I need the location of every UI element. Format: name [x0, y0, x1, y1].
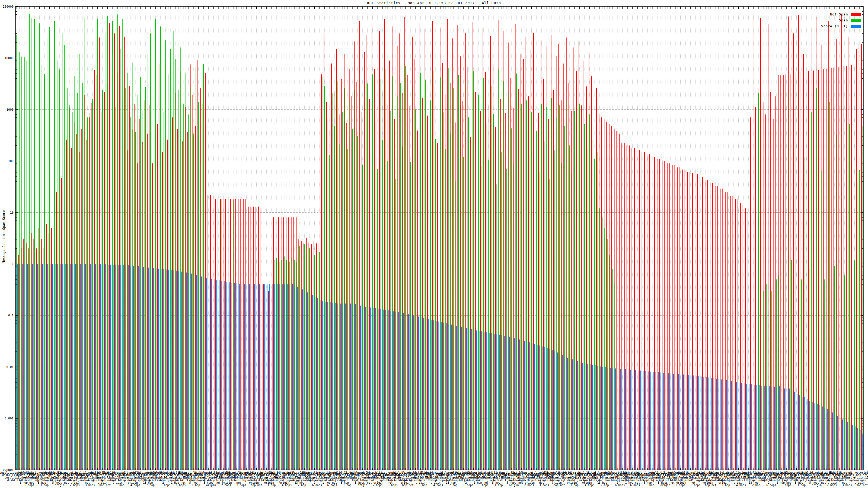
bar-not-spam	[23, 239, 24, 470]
bar-score	[312, 295, 313, 470]
bar-score	[772, 387, 772, 470]
x-tick-label: origin	[55, 484, 65, 487]
bar-not-spam	[770, 92, 771, 470]
bar-score	[802, 397, 802, 469]
bar-not-spam	[422, 98, 423, 469]
bar-score	[527, 341, 527, 470]
bar-score	[560, 354, 560, 470]
bar-not-spam	[150, 105, 150, 470]
bar-score	[650, 372, 651, 470]
y-axis-label: Message Count or Spam Score	[2, 207, 6, 266]
bar-spam	[443, 112, 443, 469]
bar-not-spam	[213, 196, 213, 469]
bar-spam	[324, 86, 325, 470]
bar-not-spam	[71, 148, 72, 469]
bar-score	[424, 318, 424, 469]
bar-spam	[115, 107, 115, 470]
bar-score	[418, 317, 419, 470]
bar-spam	[557, 118, 557, 469]
bar-spam	[357, 135, 358, 469]
bar-score	[648, 371, 649, 470]
bar-spam	[375, 121, 375, 469]
bar-not-spam	[518, 89, 519, 469]
bar-not-spam	[654, 157, 655, 470]
bar-score	[600, 366, 600, 470]
bar-score	[809, 401, 810, 469]
y-tick-label: 0.001	[5, 417, 13, 420]
bar-score	[501, 335, 502, 470]
bar-score	[52, 264, 53, 469]
bar-spam	[834, 266, 835, 469]
bar-spam	[90, 113, 90, 469]
bar-score	[819, 405, 820, 470]
bar-not-spam	[397, 46, 397, 469]
bar-spam	[451, 134, 451, 469]
bar-score	[254, 284, 255, 469]
bar-not-spam	[450, 83, 451, 469]
bar-score	[545, 347, 545, 469]
bar-spam	[854, 260, 855, 469]
bar-not-spam	[468, 67, 468, 470]
bar-spam	[42, 65, 42, 470]
bar-spam	[811, 112, 812, 469]
bar-score	[504, 336, 504, 470]
bar-spam	[423, 151, 423, 470]
bar-spam	[314, 255, 315, 469]
bar-not-spam	[657, 159, 657, 470]
bar-not-spam	[861, 44, 862, 470]
bar-not-spam	[538, 113, 539, 469]
bar-score	[653, 372, 653, 470]
bar-spam	[170, 49, 171, 469]
x-tick-label: 1 hop	[116, 484, 124, 487]
bar-spam	[589, 115, 590, 469]
bar-not-spam	[394, 119, 395, 469]
bar-not-spam	[465, 33, 465, 470]
bar-spam	[322, 77, 322, 469]
bar-not-spam	[834, 67, 834, 469]
bar-not-spam	[745, 208, 746, 470]
y-tick-label: 0.1	[8, 314, 13, 317]
bar-score	[804, 397, 805, 469]
bar-not-spam	[629, 145, 629, 470]
bar-spam	[571, 174, 572, 470]
bar-score	[37, 264, 38, 469]
bar-spam	[536, 131, 537, 470]
bar-spam	[544, 141, 545, 469]
bar-spam	[524, 120, 524, 469]
bar-spam	[539, 172, 539, 470]
bar-score	[499, 335, 500, 470]
bar-score	[706, 377, 707, 469]
bar-spam	[778, 275, 779, 470]
bar-score	[779, 386, 780, 470]
bar-spam	[19, 52, 20, 469]
x-tick-label: hop net	[251, 484, 262, 487]
bar-not-spam	[540, 40, 541, 470]
bar-score	[580, 362, 580, 470]
bar-score	[257, 284, 257, 469]
bar-score	[817, 404, 817, 469]
bar-score	[728, 381, 729, 469]
bar-not-spam	[346, 123, 347, 469]
bar-spam	[758, 93, 759, 470]
bar-score	[446, 323, 446, 470]
bar-score	[126, 265, 126, 470]
bar-score	[201, 276, 202, 470]
bar-score	[239, 284, 240, 470]
bar-score	[393, 311, 394, 469]
bar-spam	[95, 24, 95, 469]
x-tick-label: 2 hops	[827, 484, 837, 487]
x-tick-label: 4 hops	[736, 484, 746, 487]
bar-not-spam	[404, 17, 405, 469]
bar-not-spam	[440, 28, 440, 470]
bar-not-spam	[402, 93, 403, 470]
bar-score	[168, 270, 169, 470]
x-tick-label: hop net	[856, 484, 868, 487]
bar-spam	[519, 141, 519, 469]
bar-not-spam	[220, 199, 221, 469]
bar-not-spam	[851, 65, 852, 470]
bar-spam	[610, 255, 610, 469]
bar-score	[724, 380, 724, 469]
bar-spam	[274, 260, 275, 469]
bar-spam	[130, 118, 130, 469]
bar-spam	[155, 19, 156, 470]
